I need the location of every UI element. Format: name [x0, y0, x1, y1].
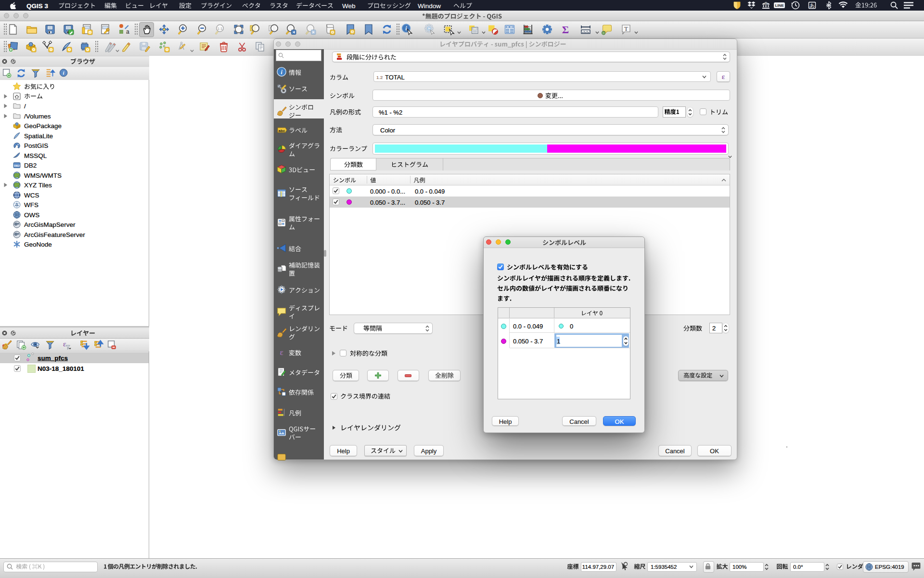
svg-text:abc: abc [279, 129, 285, 133]
svg-text:ε: ε [280, 347, 283, 357]
